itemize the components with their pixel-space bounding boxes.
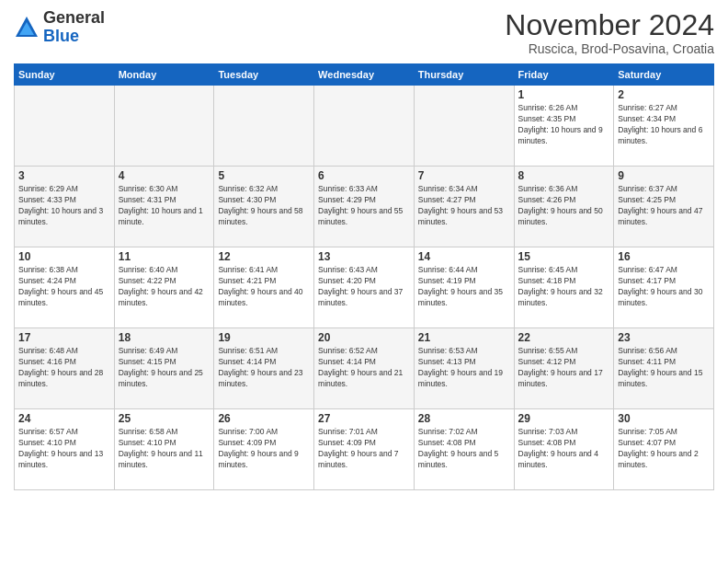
calendar-cell: 25Sunrise: 6:58 AM Sunset: 4:10 PM Dayli… [114,409,214,490]
day-info: Sunrise: 7:05 AM Sunset: 4:07 PM Dayligh… [618,427,710,471]
page: General Blue November 2024 Ruscica, Brod… [0,0,728,563]
calendar-cell [214,86,314,167]
day-info: Sunrise: 6:30 AM Sunset: 4:31 PM Dayligh… [119,184,210,228]
calendar-cell: 1Sunrise: 6:26 AM Sunset: 4:35 PM Daylig… [514,86,614,167]
calendar-cell: 5Sunrise: 6:32 AM Sunset: 4:30 PM Daylig… [214,167,314,247]
logo-text: General Blue [43,9,105,46]
logo-general: General [43,8,105,27]
calendar-cell: 27Sunrise: 7:01 AM Sunset: 4:09 PM Dayli… [314,409,415,490]
calendar-cell: 8Sunrise: 6:36 AM Sunset: 4:26 PM Daylig… [514,167,614,247]
calendar-cell: 28Sunrise: 7:02 AM Sunset: 4:08 PM Dayli… [414,409,514,490]
col-saturday: Saturday [614,64,714,86]
col-wednesday: Wednesday [314,64,415,86]
col-sunday: Sunday [15,64,115,86]
day-info: Sunrise: 6:37 AM Sunset: 4:25 PM Dayligh… [618,184,710,228]
title-area: November 2024 Ruscica, Brod-Posavina, Cr… [505,9,714,56]
calendar-cell [114,86,214,167]
week-row-2: 3Sunrise: 6:29 AM Sunset: 4:33 PM Daylig… [15,167,714,247]
calendar-cell [15,86,115,167]
day-number: 24 [18,412,110,425]
day-info: Sunrise: 6:41 AM Sunset: 4:21 PM Dayligh… [218,265,310,309]
day-number: 19 [218,331,310,344]
header: General Blue November 2024 Ruscica, Brod… [14,9,714,56]
day-info: Sunrise: 6:56 AM Sunset: 4:11 PM Dayligh… [618,346,710,390]
day-info: Sunrise: 6:36 AM Sunset: 4:26 PM Dayligh… [518,184,610,228]
month-title: November 2024 [505,9,714,41]
calendar-cell: 11Sunrise: 6:40 AM Sunset: 4:22 PM Dayli… [114,247,214,328]
calendar-cell: 22Sunrise: 6:55 AM Sunset: 4:12 PM Dayli… [514,328,614,409]
day-info: Sunrise: 7:01 AM Sunset: 4:09 PM Dayligh… [318,427,410,471]
calendar-cell: 2Sunrise: 6:27 AM Sunset: 4:34 PM Daylig… [614,86,714,167]
day-info: Sunrise: 6:52 AM Sunset: 4:14 PM Dayligh… [318,346,410,390]
week-row-3: 10Sunrise: 6:38 AM Sunset: 4:24 PM Dayli… [15,247,714,328]
day-number: 18 [119,331,210,344]
day-info: Sunrise: 6:58 AM Sunset: 4:10 PM Dayligh… [119,427,210,471]
day-info: Sunrise: 6:44 AM Sunset: 4:19 PM Dayligh… [418,265,510,309]
day-number: 21 [418,331,510,344]
calendar-cell: 15Sunrise: 6:45 AM Sunset: 4:18 PM Dayli… [514,247,614,328]
day-number: 27 [318,412,410,425]
subtitle: Ruscica, Brod-Posavina, Croatia [505,41,714,56]
day-info: Sunrise: 6:38 AM Sunset: 4:24 PM Dayligh… [18,265,110,309]
day-number: 6 [318,169,410,182]
logo: General Blue [14,9,105,46]
day-info: Sunrise: 6:27 AM Sunset: 4:34 PM Dayligh… [618,103,710,147]
day-number: 29 [518,412,610,425]
calendar-cell: 3Sunrise: 6:29 AM Sunset: 4:33 PM Daylig… [15,167,115,247]
day-info: Sunrise: 6:26 AM Sunset: 4:35 PM Dayligh… [518,103,610,147]
day-info: Sunrise: 6:29 AM Sunset: 4:33 PM Dayligh… [18,184,110,228]
day-number: 3 [18,169,110,182]
calendar-cell: 12Sunrise: 6:41 AM Sunset: 4:21 PM Dayli… [214,247,314,328]
day-info: Sunrise: 7:02 AM Sunset: 4:08 PM Dayligh… [418,427,510,471]
day-number: 22 [518,331,610,344]
day-info: Sunrise: 6:53 AM Sunset: 4:13 PM Dayligh… [418,346,510,390]
calendar-cell: 10Sunrise: 6:38 AM Sunset: 4:24 PM Dayli… [15,247,115,328]
day-info: Sunrise: 6:33 AM Sunset: 4:29 PM Dayligh… [318,184,410,228]
day-number: 1 [518,88,610,101]
col-thursday: Thursday [414,64,514,86]
week-row-1: 1Sunrise: 6:26 AM Sunset: 4:35 PM Daylig… [15,86,714,167]
calendar-cell: 14Sunrise: 6:44 AM Sunset: 4:19 PM Dayli… [414,247,514,328]
calendar-cell [314,86,415,167]
day-info: Sunrise: 6:57 AM Sunset: 4:10 PM Dayligh… [18,427,110,471]
day-number: 5 [218,169,310,182]
header-row: Sunday Monday Tuesday Wednesday Thursday… [15,64,714,86]
day-number: 12 [218,250,310,263]
calendar-cell: 21Sunrise: 6:53 AM Sunset: 4:13 PM Dayli… [414,328,514,409]
day-number: 2 [618,88,710,101]
calendar-cell: 7Sunrise: 6:34 AM Sunset: 4:27 PM Daylig… [414,167,514,247]
day-number: 25 [119,412,210,425]
week-row-4: 17Sunrise: 6:48 AM Sunset: 4:16 PM Dayli… [15,328,714,409]
calendar-cell: 26Sunrise: 7:00 AM Sunset: 4:09 PM Dayli… [214,409,314,490]
day-number: 14 [418,250,510,263]
calendar-cell: 13Sunrise: 6:43 AM Sunset: 4:20 PM Dayli… [314,247,415,328]
week-row-5: 24Sunrise: 6:57 AM Sunset: 4:10 PM Dayli… [15,409,714,490]
day-info: Sunrise: 6:49 AM Sunset: 4:15 PM Dayligh… [119,346,210,390]
day-info: Sunrise: 6:45 AM Sunset: 4:18 PM Dayligh… [518,265,610,309]
day-number: 4 [119,169,210,182]
calendar-cell: 17Sunrise: 6:48 AM Sunset: 4:16 PM Dayli… [15,328,115,409]
day-info: Sunrise: 6:32 AM Sunset: 4:30 PM Dayligh… [218,184,310,228]
day-number: 16 [618,250,710,263]
calendar-cell: 4Sunrise: 6:30 AM Sunset: 4:31 PM Daylig… [114,167,214,247]
day-number: 26 [218,412,310,425]
calendar-cell: 20Sunrise: 6:52 AM Sunset: 4:14 PM Dayli… [314,328,415,409]
day-info: Sunrise: 7:03 AM Sunset: 4:08 PM Dayligh… [518,427,610,471]
day-info: Sunrise: 6:34 AM Sunset: 4:27 PM Dayligh… [418,184,510,228]
day-number: 7 [418,169,510,182]
day-number: 17 [18,331,110,344]
day-info: Sunrise: 6:47 AM Sunset: 4:17 PM Dayligh… [618,265,710,309]
calendar-cell: 30Sunrise: 7:05 AM Sunset: 4:07 PM Dayli… [614,409,714,490]
calendar-cell: 23Sunrise: 6:56 AM Sunset: 4:11 PM Dayli… [614,328,714,409]
logo-icon [14,15,40,40]
day-number: 28 [418,412,510,425]
day-number: 15 [518,250,610,263]
day-number: 11 [119,250,210,263]
calendar-cell: 29Sunrise: 7:03 AM Sunset: 4:08 PM Dayli… [514,409,614,490]
calendar-cell: 24Sunrise: 6:57 AM Sunset: 4:10 PM Dayli… [15,409,115,490]
calendar-cell: 18Sunrise: 6:49 AM Sunset: 4:15 PM Dayli… [114,328,214,409]
col-tuesday: Tuesday [214,64,314,86]
calendar-cell: 19Sunrise: 6:51 AM Sunset: 4:14 PM Dayli… [214,328,314,409]
calendar-cell [414,86,514,167]
day-info: Sunrise: 7:00 AM Sunset: 4:09 PM Dayligh… [218,427,310,471]
